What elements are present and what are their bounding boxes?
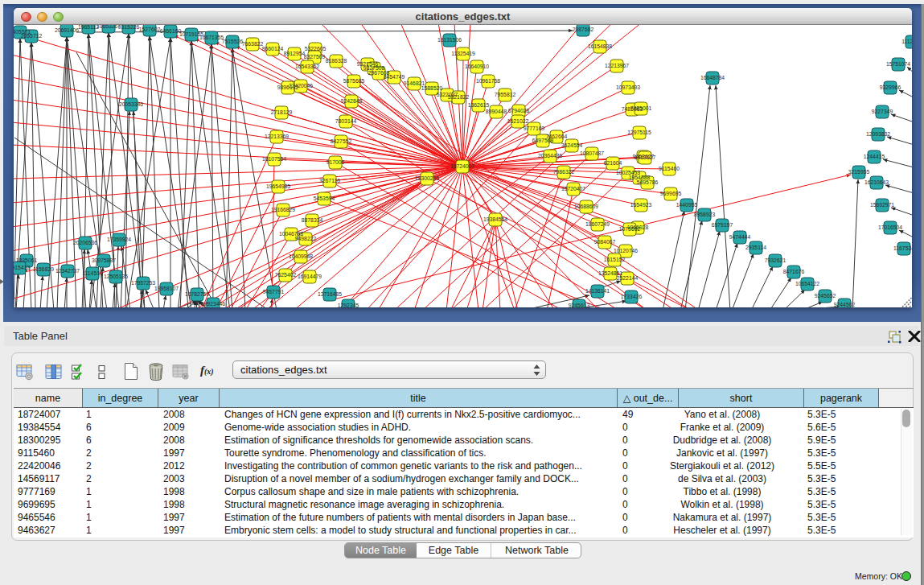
svg-text:10961758: 10961758 [476, 78, 500, 84]
svg-text:15692971: 15692971 [870, 202, 894, 208]
svg-text:7663822: 7663822 [242, 41, 264, 47]
svg-text:2055712: 2055712 [21, 33, 43, 39]
svg-text:6794028: 6794028 [508, 108, 530, 113]
svg-text:19654985: 19654985 [266, 183, 290, 189]
svg-text:9227349: 9227349 [872, 109, 893, 114]
svg-text:19958107: 19958107 [154, 286, 179, 291]
svg-text:9245613: 9245613 [569, 303, 590, 307]
svg-text:3267110: 3267110 [319, 178, 340, 183]
svg-text:1114519: 1114519 [82, 270, 103, 276]
svg-text:16914479: 16914479 [298, 274, 322, 279]
svg-text:8912954: 8912954 [284, 51, 306, 56]
svg-text:1463627: 1463627 [634, 154, 656, 160]
svg-text:5321822: 5321822 [448, 94, 470, 100]
svg-text:1362615: 1362615 [468, 102, 490, 108]
svg-text:7462664: 7462664 [546, 134, 568, 139]
svg-text:12505135: 12505135 [104, 274, 128, 279]
svg-text:15751074: 15751074 [886, 61, 910, 67]
svg-text:9244502: 9244502 [834, 302, 856, 307]
svg-text:9896132: 9896132 [277, 84, 299, 90]
svg-text:3624554: 3624554 [561, 142, 583, 148]
svg-text:17016504: 17016504 [878, 225, 902, 230]
svg-text:10653267: 10653267 [97, 25, 121, 29]
svg-text:11325419: 11325419 [451, 51, 475, 56]
svg-text:1527602: 1527602 [139, 27, 161, 32]
svg-text:7803144: 7803144 [335, 118, 357, 124]
svg-text:17359924: 17359924 [107, 237, 131, 242]
svg-text:1733426: 1733426 [621, 294, 643, 299]
svg-text:8471676: 8471676 [783, 269, 805, 274]
svg-text:12213369: 12213369 [265, 134, 289, 139]
svg-text:19384554: 19384554 [483, 216, 507, 222]
svg-text:7955812: 7955812 [495, 92, 516, 97]
svg-text:1075692: 1075692 [619, 226, 641, 232]
svg-text:7485001: 7485001 [630, 105, 652, 111]
svg-text:9115460: 9115460 [659, 166, 680, 171]
svg-text:30975887: 30975887 [92, 257, 116, 263]
svg-text:7515526: 7515526 [222, 39, 244, 44]
svg-text:1835061: 1835061 [16, 257, 38, 263]
svg-text:1588520: 1588520 [421, 85, 443, 91]
svg-text:16210643: 16210643 [864, 179, 889, 185]
svg-text:8660124: 8660124 [262, 46, 284, 51]
svg-text:10973493: 10973493 [616, 84, 640, 90]
svg-text:1244415: 1244415 [864, 154, 885, 159]
svg-text:12923446: 12923446 [201, 301, 225, 307]
svg-text:10688609: 10688609 [574, 204, 598, 209]
svg-text:15720407: 15720407 [561, 186, 585, 192]
svg-text:20691406: 20691406 [55, 27, 79, 33]
svg-text:5495786: 5495786 [637, 179, 659, 185]
svg-text:1292345: 1292345 [338, 303, 359, 307]
svg-text:16543362: 16543362 [295, 64, 319, 69]
svg-text:6579197: 6579197 [712, 222, 733, 228]
svg-text:20053346: 20053346 [119, 101, 143, 107]
svg-text:2522144: 2522144 [617, 275, 639, 281]
svg-text:1621022: 1621022 [507, 118, 529, 124]
svg-text:5453594: 5453594 [314, 196, 335, 201]
svg-text:1112524: 1112524 [901, 39, 912, 44]
svg-text:9315226: 9315226 [118, 25, 140, 30]
svg-text:14136141: 14136141 [585, 288, 610, 294]
svg-text:7932621: 7932621 [765, 257, 786, 263]
svg-text:9777169: 9777169 [524, 126, 545, 131]
svg-text:3215955: 3215955 [848, 169, 870, 175]
svg-text:16107554: 16107554 [262, 156, 286, 162]
svg-text:12213967: 12213967 [605, 63, 629, 68]
svg-text:9329966: 9329966 [880, 84, 901, 90]
svg-text:18131506: 18131506 [437, 37, 462, 43]
svg-text:17957253: 17957253 [131, 280, 155, 286]
svg-text:16782759: 16782759 [185, 291, 209, 297]
svg-text:5322605: 5322605 [305, 46, 326, 51]
svg-text:8990448: 8990448 [486, 109, 507, 114]
svg-text:7625402: 7625402 [275, 272, 297, 278]
svg-text:12975115: 12975115 [627, 130, 651, 135]
svg-text:10654122: 10654122 [795, 281, 819, 286]
svg-text:16154838: 16154838 [588, 43, 612, 49]
svg-text:8427552: 8427552 [331, 138, 352, 144]
svg-text:5875685: 5875685 [343, 78, 365, 84]
svg-text:3915412: 3915412 [14, 265, 30, 270]
svg-text:2087682: 2087682 [573, 27, 594, 32]
svg-text:9457791: 9457791 [263, 289, 285, 295]
svg-text:8454749: 8454749 [384, 74, 405, 80]
svg-text:18724007: 18724007 [450, 163, 474, 169]
svg-text:10120746: 10120746 [614, 248, 638, 253]
svg-text:621604: 621604 [604, 160, 622, 166]
svg-text:12342737: 12342737 [55, 268, 80, 274]
svg-text:16648784: 16648784 [700, 75, 725, 80]
svg-text:13716485: 13716485 [318, 291, 342, 297]
svg-text:8878334: 8878334 [302, 217, 323, 223]
svg-text:9474444: 9474444 [729, 234, 751, 240]
svg-text:8186328: 8186328 [326, 58, 347, 64]
svg-text:2935114: 2935114 [745, 245, 766, 250]
svg-text:20206536: 20206536 [73, 240, 97, 245]
svg-text:18607249: 18607249 [585, 221, 610, 227]
svg-text:6466160: 6466160 [160, 28, 182, 34]
svg-text:9245652: 9245652 [815, 293, 836, 299]
svg-text:9498222: 9498222 [295, 236, 317, 241]
svg-text:9242848: 9242848 [341, 98, 363, 104]
svg-text:1615152: 1615152 [604, 257, 626, 262]
svg-text:1167534: 1167534 [893, 245, 912, 251]
svg-text:8958923: 8958923 [694, 212, 716, 217]
svg-text:19166829: 19166829 [271, 207, 295, 212]
